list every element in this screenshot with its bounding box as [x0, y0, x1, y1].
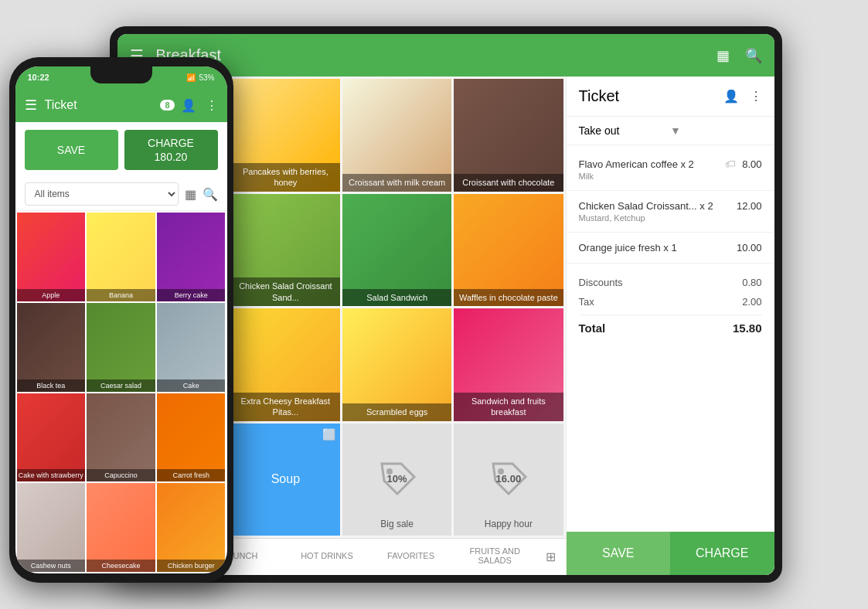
ticket-header: Ticket 👤 ⋮ [567, 77, 774, 117]
food-cell-waffles[interactable]: Waffles in chocolate paste [454, 194, 563, 307]
ticket-tax-row: Tax 2.00 [579, 292, 762, 311]
ticket-charge-button[interactable]: CHARGE [670, 532, 774, 575]
ticket-total-row: Total 15.80 [579, 315, 762, 339]
phone-item-grid: Apple Banana Berry cake Black tea Caesar… [15, 211, 227, 573]
food-cell-pancakes[interactable]: Pancakes with berries, honey [231, 79, 340, 192]
phone-wifi-icon: 📶 [186, 73, 196, 82]
food-cell-chicken-salad[interactable]: Chicken Salad Croissant Sand... [231, 194, 340, 307]
ticket-item-coffee-main: Flavo American coffee x 2 🏷 8.00 [579, 158, 762, 170]
ticket-tax-value: 2.00 [742, 296, 761, 308]
ticket-summary: Discounts 0.80 Tax 2.00 Total 15.80 [567, 267, 774, 345]
ticket-item-orange-juice-main: Orange juice fresh x 1 10.00 [579, 242, 762, 253]
phone: 10:22 📶 53% ☰ Ticket 8 👤 ⋮ SAVE [9, 57, 233, 583]
ticket-discounts-value: 0.80 [742, 277, 761, 288]
ticket-divider-3 [567, 263, 774, 264]
phone-item-cake-straw[interactable]: Cake with strawberry [17, 393, 86, 482]
phone-filter-row: All items ▦ 🔍 [15, 178, 227, 211]
phone-ticket-badge: 8 [160, 100, 174, 111]
ticket-total-label: Total [579, 322, 606, 335]
big-sale-wrapper: 10% Big sale [342, 424, 451, 536]
tab-favorites[interactable]: FAVORITES [369, 545, 453, 569]
ticket-add-person-icon[interactable]: 👤 [723, 89, 739, 104]
ticket-title: Ticket [579, 87, 723, 105]
food-cell-soup[interactable]: ⬜ Soup [231, 424, 340, 536]
phone-buttons: SAVE CHARGE 180.20 [15, 122, 227, 178]
phone-item-cashew[interactable]: Cashew nuts [17, 483, 86, 572]
food-label-salad-sand: Salad Sandwich [342, 289, 451, 306]
big-sale-label: Big sale [342, 519, 451, 529]
phone-search-icon[interactable]: 🔍 [203, 187, 218, 202]
phone-charge-label: CHARGE [148, 137, 194, 149]
ticket-total-value: 15.80 [733, 322, 762, 335]
tablet-barcode-icon[interactable]: ▦ [717, 47, 730, 64]
food-cell-big-sale[interactable]: 10% Big sale [342, 424, 451, 536]
phone-item-banana[interactable]: Banana [87, 213, 155, 301]
ticket-order-type-dropdown[interactable]: Take out ▼ [567, 117, 774, 145]
phone-item-cake-straw-label: Cake with strawberry [17, 469, 86, 481]
phone-screen: 10:22 📶 53% ☰ Ticket 8 👤 ⋮ SAVE [15, 66, 227, 573]
food-cell-croissant-choc[interactable]: Croissant with chocolate [454, 79, 563, 192]
food-label-chicken-salad: Chicken Salad Croissant Sand... [231, 277, 340, 306]
food-label-sandwich-fruit: Sandwich and fruits breakfast [454, 393, 563, 421]
food-cell-salad-sand[interactable]: Salad Sandwich [342, 194, 451, 307]
food-label-waffles: Waffles in chocolate paste [454, 289, 563, 306]
ticket-tax-label: Tax [579, 296, 594, 308]
tab-grid-icon[interactable]: ⊞ [536, 543, 565, 570]
food-cell-extra-cheesy[interactable]: Extra Cheesy Breakfast Pitas... [231, 308, 340, 421]
ticket-save-button[interactable]: SAVE [567, 532, 671, 575]
food-label-croissant-milk: Croissant with milk cream [342, 174, 451, 191]
phone-item-apple[interactable]: Apple [17, 213, 86, 301]
tab-fruits-salads[interactable]: FRUITS AND SALADS [453, 540, 537, 573]
phone-menu-icon[interactable]: ☰ [25, 97, 37, 114]
phone-add-person-icon[interactable]: 👤 [181, 98, 196, 113]
ticket-item-chicken-salad-name: Chicken Salad Croissant... x 2 [579, 200, 737, 212]
food-cell-scrambled[interactable]: Scrambled eggs [342, 308, 451, 421]
ticket-header-icons: 👤 ⋮ [723, 89, 762, 104]
ticket-item-coffee-price: 8.00 [742, 158, 761, 170]
tablet-topbar-icons: ▦ 🔍 [717, 47, 762, 64]
tablet-search-icon[interactable]: 🔍 [745, 47, 762, 64]
soup-corner-icon: ⬜ [322, 428, 335, 441]
ticket-item-orange-juice-price: 10.00 [737, 242, 762, 253]
phone-filter-select[interactable]: All items [25, 182, 179, 206]
phone-more-icon[interactable]: ⋮ [206, 98, 218, 113]
phone-save-button[interactable]: SAVE [25, 130, 118, 170]
food-cell-croissant-milk[interactable]: Croissant with milk cream [342, 79, 451, 192]
phone-charge-button[interactable]: CHARGE 180.20 [124, 130, 218, 170]
ticket-item-chicken-salad[interactable]: Chicken Salad Croissant... x 2 12.00 Mus… [567, 194, 774, 229]
food-cell-sandwich-fruit[interactable]: Sandwich and fruits breakfast [454, 308, 563, 421]
ticket-panel: Ticket 👤 ⋮ Take out ▼ Flavo Am [566, 77, 774, 575]
phone-item-carrot-label: Carrot fresh [157, 469, 226, 481]
phone-item-cappuccino-label: Capuccino [87, 469, 155, 481]
phone-battery-label: 53% [199, 73, 214, 82]
tablet-title: Breakfast [156, 46, 717, 64]
phone-title: Ticket [45, 98, 161, 112]
ticket-divider-2 [567, 232, 774, 233]
phone-item-carrot[interactable]: Carrot fresh [157, 393, 226, 482]
phone-item-cake[interactable]: Cake [157, 303, 226, 392]
phone-item-black-tea[interactable]: Black tea [17, 303, 86, 392]
ticket-dropdown-arrow: ▼ [670, 124, 762, 137]
food-label-scrambled: Scrambled eggs [342, 403, 451, 420]
phone-barcode-icon[interactable]: ▦ [185, 187, 196, 202]
phone-item-cheesecake[interactable]: Cheesecake [87, 483, 155, 572]
phone-item-banana-label: Banana [87, 289, 155, 301]
phone-item-berry-cake[interactable]: Berry cake [157, 213, 226, 301]
ticket-item-orange-juice[interactable]: Orange juice fresh x 1 10.00 [567, 236, 774, 260]
phone-item-caesar-salad[interactable]: Caesar salad [87, 303, 155, 392]
ticket-more-icon[interactable]: ⋮ [750, 89, 762, 104]
ticket-actions: SAVE CHARGE [567, 532, 774, 575]
ticket-item-coffee[interactable]: Flavo American coffee x 2 🏷 8.00 Milk [567, 151, 774, 187]
phone-charge-amount: 180.20 [155, 151, 188, 163]
phone-item-chicken-burger[interactable]: Chicken burger [157, 483, 226, 572]
food-label-soup: Soup [258, 468, 313, 491]
food-cell-happy-hour[interactable]: 16.00 Happy hour [454, 424, 563, 536]
ticket-discounts-row: Discounts 0.80 [579, 273, 762, 292]
phone-item-apple-label: Apple [17, 289, 86, 301]
phone-status-icons: 📶 53% [186, 73, 214, 82]
ticket-divider-1 [567, 190, 774, 191]
phone-item-cheesecake-label: Cheesecake [87, 560, 155, 572]
phone-item-cappuccino[interactable]: Capuccino [87, 393, 155, 482]
phone-item-black-tea-label: Black tea [17, 379, 86, 392]
tab-hot-drinks[interactable]: HOT DRINKS [285, 545, 369, 569]
